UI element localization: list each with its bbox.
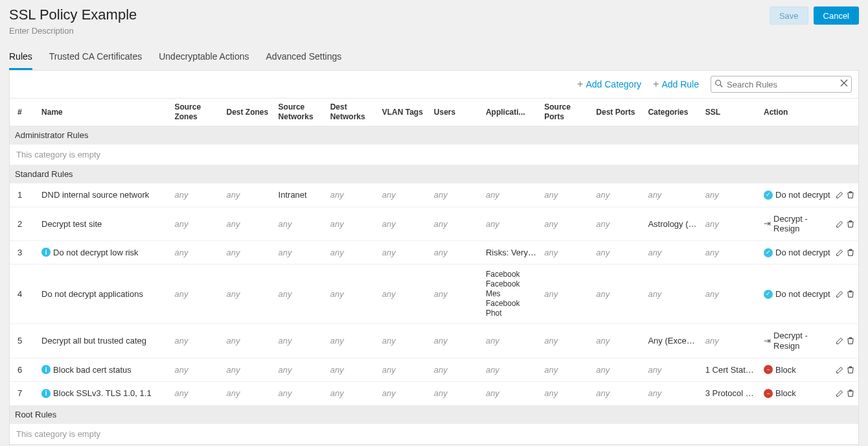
rule-name: Block SSLv3. TLS 1.0, 1.1 [53, 388, 152, 398]
col-header: Dest Ports [592, 99, 644, 126]
info-icon: i [41, 365, 51, 374]
col-header: Source Ports [540, 99, 592, 126]
search-input[interactable] [711, 76, 852, 93]
edit-icon[interactable] [836, 191, 844, 199]
cancel-button[interactable]: Cancel [814, 6, 859, 25]
info-icon: i [41, 389, 51, 398]
edit-icon[interactable] [836, 290, 844, 298]
edit-icon[interactable] [836, 366, 844, 374]
delete-icon[interactable] [847, 366, 854, 374]
toolbar: + Add Category + Add Rule [10, 71, 858, 98]
delete-icon[interactable] [847, 336, 854, 345]
edit-icon[interactable] [836, 220, 844, 228]
table-row[interactable]: 7iBlock SSLv3. TLS 1.0, 1.1anyanyanyanya… [10, 382, 858, 406]
tabs: RulesTrusted CA CertificatesUndecryptabl… [9, 46, 859, 71]
col-header: Source Networks [275, 99, 326, 126]
tab-trusted-ca-certificates[interactable]: Trusted CA Certificates [49, 46, 142, 70]
tab-undecryptable-actions[interactable]: Undecryptable Actions [159, 46, 249, 70]
rule-name: Decrypt all but trusted categ [41, 336, 146, 346]
search-wrap [711, 76, 852, 93]
header: SSL Policy Example Enter Description Sav… [9, 6, 859, 41]
table-row[interactable]: 5Decrypt all but trusted categanyanyanya… [10, 324, 858, 358]
col-header: VLAN Tags [378, 99, 430, 126]
delete-icon[interactable] [847, 389, 854, 397]
tab-rules[interactable]: Rules [9, 46, 32, 70]
tab-advanced-settings[interactable]: Advanced Settings [266, 46, 342, 70]
table-row[interactable]: 6iBlock bad cert statusanyanyanyanyanyan… [10, 358, 858, 382]
decrypt-arrow-icon: ⇥ [764, 336, 771, 346]
col-header: Users [430, 99, 482, 126]
col-header: Applicati... [482, 99, 540, 126]
category-row[interactable]: Administrator Rules [10, 126, 858, 145]
col-header: Dest Networks [326, 99, 378, 126]
info-icon: i [41, 248, 51, 257]
do-not-decrypt-icon: ✓ [764, 290, 773, 299]
block-icon: − [764, 365, 773, 374]
col-header: Name [38, 99, 170, 126]
rule-name: Decrypt test site [41, 219, 102, 229]
action-label: Do not decrypt [775, 190, 830, 200]
col-header: Dest Zones [223, 99, 275, 126]
table-row[interactable]: 3iDo not decrypt low riskanyanyanyanyany… [10, 241, 858, 264]
delete-icon[interactable] [847, 191, 854, 199]
action-label: Do not decrypt [775, 248, 830, 258]
add-category-button[interactable]: + Add Category [577, 79, 641, 89]
rule-name: Do not decrypt low risk [53, 248, 139, 257]
empty-row: This category is empty [10, 423, 858, 444]
rules-table: #NameSource ZonesDest ZonesSource Networ… [10, 98, 858, 445]
action-label: Do not decrypt [775, 289, 830, 299]
rules-panel: + Add Category + Add Rule #NameSource Zo… [9, 71, 859, 446]
delete-icon[interactable] [847, 290, 854, 298]
action-label: Block [775, 388, 796, 399]
empty-row: This category is empty [10, 145, 858, 165]
add-rule-label: Add Rule [661, 79, 699, 89]
table-row[interactable]: 2Decrypt test siteanyanyanyanyanyanyanya… [10, 207, 858, 241]
category-row[interactable]: Root Rules [10, 405, 858, 423]
action-label: Decrypt - Resign [773, 214, 830, 234]
page: SSL Policy Example Enter Description Sav… [0, 0, 868, 446]
add-rule-button[interactable]: + Add Rule [653, 79, 699, 89]
rule-name: Do not decrypt applications [41, 289, 143, 299]
table-row[interactable]: 1DND internal source networkanyanyIntran… [10, 183, 858, 207]
close-icon[interactable] [840, 79, 848, 87]
col-header: # [10, 99, 38, 126]
rule-name: DND internal source network [41, 190, 149, 200]
col-header: Source Zones [170, 99, 222, 126]
col-header: SSL [702, 99, 760, 126]
decrypt-arrow-icon: ⇥ [764, 218, 771, 229]
block-icon: − [764, 389, 773, 398]
table-header: #NameSource ZonesDest ZonesSource Networ… [10, 99, 858, 126]
col-header: Action [760, 99, 834, 126]
plus-icon: + [653, 79, 659, 89]
action-label: Decrypt - Resign [773, 331, 830, 351]
edit-icon[interactable] [836, 248, 844, 257]
edit-icon[interactable] [836, 389, 844, 397]
table-row[interactable]: 4Do not decrypt applicationsanyanyanyany… [10, 264, 858, 324]
do-not-decrypt-icon: ✓ [764, 248, 773, 257]
plus-icon: + [577, 79, 583, 89]
action-label: Block [775, 365, 796, 375]
edit-icon[interactable] [836, 336, 844, 345]
rule-name: Block bad cert status [53, 365, 131, 375]
description-placeholder[interactable]: Enter Description [9, 26, 137, 36]
delete-icon[interactable] [847, 248, 854, 257]
delete-icon[interactable] [847, 220, 854, 228]
do-not-decrypt-icon: ✓ [764, 191, 773, 200]
add-category-label: Add Category [586, 79, 641, 89]
save-button: Save [770, 6, 808, 25]
page-title: SSL Policy Example [9, 6, 137, 23]
category-row[interactable]: Standard Rules [10, 165, 858, 183]
col-header: Categories [644, 99, 701, 126]
